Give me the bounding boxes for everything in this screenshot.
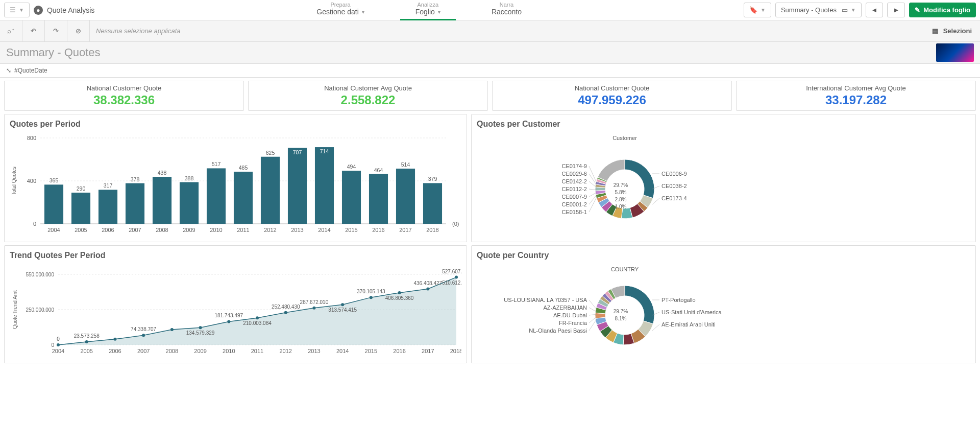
- svg-text:514: 514: [401, 161, 410, 168]
- svg-text:2014: 2014: [318, 227, 330, 233]
- svg-line-138: [589, 300, 597, 310]
- svg-text:388: 388: [185, 175, 194, 181]
- svg-text:2013: 2013: [308, 348, 320, 354]
- next-sheet-button[interactable]: ►: [887, 3, 905, 17]
- svg-text:74.338.707: 74.338.707: [131, 326, 156, 332]
- kpi-value: 2.558.822: [252, 93, 484, 107]
- chart-quotes-per-customer[interactable]: Quotes per Customer Customer29.7%5.8%2.8…: [471, 114, 976, 242]
- svg-text:2009: 2009: [194, 348, 206, 354]
- svg-text:2013: 2013: [291, 227, 303, 233]
- svg-text:550.000.000: 550.000.000: [26, 272, 54, 277]
- donut-customer-svg: Customer29.7%5.8%2.8%1.0%CE0006-9CE0038-…: [477, 133, 773, 235]
- dimension-bar[interactable]: ⤡ #QuoteDate: [0, 63, 980, 78]
- svg-text:2011: 2011: [251, 348, 263, 354]
- svg-text:625: 625: [266, 150, 275, 156]
- clear-selection-button[interactable]: ⊘: [67, 20, 90, 42]
- svg-text:US-Stati Uniti d'America: US-Stati Uniti d'America: [662, 309, 722, 315]
- svg-text:181.743.497: 181.743.497: [214, 313, 243, 318]
- svg-rect-30: [261, 157, 280, 224]
- svg-line-136: [652, 324, 659, 331]
- svg-rect-36: [315, 147, 334, 224]
- svg-text:CE0001-2: CE0001-2: [561, 201, 587, 207]
- svg-text:2010: 2010: [210, 227, 222, 233]
- tab-analyze-label: Foglio: [415, 8, 435, 16]
- svg-text:29.7%: 29.7%: [614, 309, 628, 314]
- globe-icon: ●: [34, 6, 43, 15]
- tab-analyze-sup: Analizza: [415, 2, 440, 8]
- svg-text:Quote Trend Amt: Quote Trend Amt: [12, 290, 18, 329]
- kpi-value: 497.959.226: [496, 93, 728, 107]
- kpi-card[interactable]: National Customer Quote38.382.336: [4, 81, 244, 111]
- sheet-dropdown-label: Summary - Quotes: [781, 6, 837, 14]
- svg-text:2011: 2011: [237, 227, 249, 233]
- svg-rect-21: [180, 182, 199, 224]
- svg-point-84: [57, 343, 60, 346]
- svg-text:NL-Olanda Paesi Bassi: NL-Olanda Paesi Bassi: [529, 328, 587, 334]
- chart-quotes-per-period[interactable]: Quotes per Period 0400800365200429020053…: [4, 114, 467, 242]
- smart-search-button[interactable]: ⌕⁺: [0, 20, 22, 42]
- svg-point-124: [455, 276, 458, 279]
- svg-text:0: 0: [57, 336, 60, 342]
- svg-point-118: [398, 291, 401, 294]
- selection-bar: ⌕⁺ ↶ ↷ ⊘ Nessuna selezione applicata ▦ S…: [0, 20, 980, 42]
- svg-text:Total Quotes: Total Quotes: [11, 167, 17, 195]
- chevron-down-icon: ▾: [362, 9, 364, 15]
- svg-text:313.574.415: 313.574.415: [328, 307, 357, 313]
- tab-narrate[interactable]: Narra Racconto: [476, 0, 537, 20]
- edit-sheet-button[interactable]: ✎ Modifica foglio: [909, 3, 976, 17]
- chart-quote-per-country[interactable]: Quote per Country COUNTRY29.7%8.1%PT-Por…: [471, 245, 976, 363]
- kpi-card[interactable]: International Customer Avg Quote33.197.2…: [736, 81, 976, 111]
- svg-text:2014: 2014: [336, 348, 349, 354]
- kpi-card[interactable]: National Customer Avg Quote2.558.822: [248, 81, 488, 111]
- svg-text:29.7%: 29.7%: [614, 182, 628, 188]
- kpi-value: 33.197.282: [740, 93, 972, 107]
- svg-point-103: [256, 316, 259, 319]
- kpi-value: 38.382.336: [8, 93, 240, 107]
- svg-text:406.805.360: 406.805.360: [385, 295, 414, 301]
- kpi-label: International Customer Avg Quote: [740, 84, 972, 92]
- svg-text:AE-Emirati Arabi Uniti: AE-Emirati Arabi Uniti: [662, 321, 716, 328]
- svg-rect-6: [44, 184, 63, 224]
- svg-text:CE0007-9: CE0007-9: [561, 194, 587, 200]
- app-title: Quote Analysis: [47, 6, 94, 14]
- step-back-button[interactable]: ↶: [22, 20, 45, 42]
- nav-tabs: Prepara Gestione dati▾ Analizza Foglio▾ …: [99, 0, 740, 20]
- svg-text:250.000.000: 250.000.000: [26, 307, 54, 313]
- step-forward-button[interactable]: ↷: [45, 20, 67, 42]
- svg-text:517: 517: [212, 161, 221, 167]
- svg-text:2018: 2018: [426, 227, 438, 233]
- tab-narrate-label: Racconto: [492, 8, 522, 16]
- svg-text:2006: 2006: [102, 227, 114, 233]
- svg-text:2018: 2018: [450, 348, 461, 354]
- edit-button-label: Modifica foglio: [923, 6, 970, 14]
- prev-sheet-button[interactable]: ◄: [866, 3, 884, 17]
- selections-panel-toggle[interactable]: ▦ Selezioni: [924, 27, 980, 35]
- svg-text:494: 494: [347, 163, 356, 170]
- svg-text:2016: 2016: [393, 348, 405, 354]
- kpi-card[interactable]: National Customer Quote497.959.226: [492, 81, 732, 111]
- svg-line-64: [589, 166, 597, 184]
- kpi-label: National Customer Quote: [496, 84, 728, 92]
- svg-text:FR-Francia: FR-Francia: [559, 320, 587, 326]
- svg-point-109: [312, 307, 315, 310]
- svg-text:287.672.010: 287.672.010: [300, 299, 329, 305]
- chart-trend-quotes[interactable]: Trend Quotes Per Period 0250.000.000550.…: [4, 245, 467, 363]
- svg-text:485: 485: [239, 165, 248, 171]
- sheet-dropdown[interactable]: Summary - Quotes ▭ ▼: [775, 3, 862, 17]
- bookmark-button[interactable]: 🔖 ▼: [744, 3, 771, 17]
- selections-icon: ▦: [932, 27, 938, 35]
- tab-analyze[interactable]: Analizza Foglio▾: [400, 0, 456, 20]
- content: National Customer Quote38.382.336Nationa…: [0, 78, 980, 366]
- svg-text:CE0158-1: CE0158-1: [561, 209, 587, 215]
- svg-text:5.8%: 5.8%: [615, 190, 627, 195]
- svg-text:2009: 2009: [183, 227, 195, 233]
- dimension-icon: ⤡: [6, 67, 11, 74]
- tab-prepare[interactable]: Prepara Gestione dati▾: [301, 0, 380, 20]
- page-title: Summary - Quotes: [6, 46, 101, 59]
- chart-title: Quote per Country: [477, 251, 970, 260]
- svg-text:707: 707: [293, 149, 302, 155]
- tab-prepare-label: Gestione dati: [316, 8, 359, 16]
- svg-text:2007: 2007: [129, 227, 141, 233]
- menu-button[interactable]: ☰ ▼: [4, 3, 30, 17]
- svg-text:464: 464: [374, 167, 383, 173]
